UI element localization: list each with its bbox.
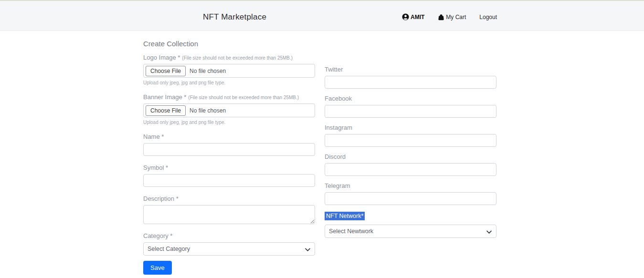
top-navbar: NFT Marketplace AMIT My Cart Logout [0,0,644,31]
banner-choose-file-button[interactable]: Choose File [146,105,186,116]
telegram-field[interactable] [325,192,496,205]
nav-logout-label: Logout [479,14,497,21]
form-right-column: Twitter Facebook Instagram Discord Teleg… [325,66,496,275]
logo-size-note: (File size should not be exceeded more t… [182,55,293,61]
instagram-field[interactable] [325,134,496,147]
twitter-field[interactable] [325,76,496,89]
banner-image-label: Banner Image * (File size should not be … [143,93,315,101]
logo-upload-helper: Upload only jpeg, jpg and png file type. [143,80,315,85]
nft-network-group: NFT Network* Select Newtwork [325,211,496,238]
category-group: Category * Select Category [143,232,315,256]
network-select-wrap: Select Newtwork [325,225,496,238]
banner-file-input[interactable]: Choose File No file chosen [143,103,315,117]
form-columns: Logo Image * (File size should not be ex… [143,54,644,275]
twitter-group: Twitter [325,66,496,89]
nav-user-label: AMIT [411,14,424,21]
symbol-field[interactable] [143,174,315,187]
name-field[interactable] [143,143,315,156]
instagram-label: Instagram [325,124,496,131]
logo-file-status: No file chosen [190,68,226,74]
user-circle-icon [402,13,409,21]
network-select[interactable]: Select Newtwork [325,225,496,238]
discord-label: Discord [325,153,496,160]
description-group: Description * [143,195,315,224]
nav-logout[interactable]: Logout [479,14,497,21]
logo-image-group: Logo Image * (File size should not be ex… [143,54,315,85]
logo-image-label: Logo Image * (File size should not be ex… [143,54,315,61]
twitter-label: Twitter [325,66,496,73]
name-label: Name * [143,133,315,140]
facebook-field[interactable] [325,105,496,118]
banner-upload-helper: Upload only jpeg, jpg and png file type. [143,120,315,125]
telegram-group: Telegram [325,182,496,205]
nft-network-label: NFT Network* [325,212,365,220]
cart-bag-icon [438,14,444,21]
header-nav: AMIT My Cart Logout [402,13,497,21]
name-group: Name * [143,133,315,156]
telegram-label: Telegram [325,182,496,189]
discord-field[interactable] [325,163,496,176]
symbol-group: Symbol * [143,164,315,187]
facebook-group: Facebook [325,95,496,118]
category-label: Category * [143,232,315,239]
brand-title[interactable]: NFT Marketplace [203,12,266,22]
logo-choose-file-button[interactable]: Choose File [146,66,186,76]
banner-file-status: No file chosen [190,107,226,114]
category-select[interactable]: Select Category [143,242,315,256]
category-select-wrap: Select Category [143,242,315,256]
nav-my-cart[interactable]: My Cart [438,14,466,21]
create-collection-page: Create Collection Logo Image * (File siz… [0,31,644,275]
description-label: Description * [143,195,315,202]
save-button[interactable]: Save [143,261,172,275]
discord-group: Discord [325,153,496,176]
banner-size-note: (File size should not be exceeded more t… [188,95,299,100]
description-field[interactable] [143,205,315,224]
logo-file-input[interactable]: Choose File No file chosen [143,64,315,78]
symbol-label: Symbol * [143,164,315,171]
facebook-label: Facebook [325,95,496,102]
banner-image-group: Banner Image * (File size should not be … [143,93,315,125]
nav-cart-label: My Cart [446,14,466,21]
instagram-group: Instagram [325,124,496,147]
nav-user[interactable]: AMIT [402,13,424,21]
form-left-column: Logo Image * (File size should not be ex… [143,54,315,275]
page-heading: Create Collection [143,40,644,48]
